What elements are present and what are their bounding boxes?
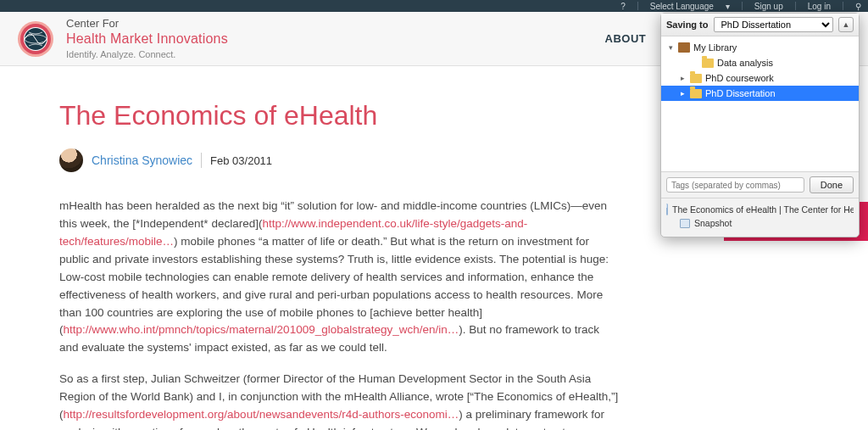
utility-bar: ? Select Language ▾ Sign up Log in ⚲: [0, 0, 868, 12]
collection-select[interactable]: PhD Dissertation: [714, 17, 833, 32]
divider: [795, 2, 796, 10]
help-icon[interactable]: ?: [620, 2, 626, 11]
nav-about[interactable]: ABOUT: [605, 32, 647, 45]
done-button[interactable]: Done: [810, 176, 854, 193]
folder-icon: [702, 59, 714, 68]
attachment-item[interactable]: The Economics of eHealth | The Center fo…: [666, 203, 854, 216]
divider: [742, 2, 743, 10]
attachments: The Economics of eHealth | The Center fo…: [661, 198, 859, 237]
panel-header: Saving to PhD Dissertation ▲: [661, 14, 859, 36]
divider: [637, 2, 638, 10]
site-logo[interactable]: [17, 20, 54, 58]
save-to-panel: Saving to PhD Dissertation ▲ ▾ My Librar…: [660, 13, 860, 237]
divider: [843, 2, 843, 10]
caret-right-icon[interactable]: ▸: [678, 89, 687, 98]
caret-down-icon[interactable]: ▾: [666, 43, 675, 52]
publish-date: Feb 03/2011: [210, 154, 272, 167]
brand-tagline: Identify. Analyze. Connect.: [66, 49, 228, 61]
login-link[interactable]: Log in: [808, 2, 831, 11]
webpage-icon: [666, 204, 668, 215]
author-link[interactable]: Christina Synowiec: [92, 154, 192, 167]
brand-line1: Center For: [66, 17, 228, 31]
paragraph: mHealth has been heralded as the next bi…: [59, 198, 619, 357]
tree-root[interactable]: ▾ My Library: [661, 40, 859, 55]
divider: [201, 153, 202, 168]
chevron-down-icon[interactable]: ▾: [726, 2, 730, 11]
select-language[interactable]: Select Language: [650, 2, 714, 11]
signup-link[interactable]: Sign up: [754, 2, 783, 11]
folder-icon: [690, 89, 702, 98]
search-icon[interactable]: ⚲: [855, 2, 861, 11]
collapse-button[interactable]: ▲: [838, 17, 854, 32]
paragraph: So as a first step, Julian Schweitzer (f…: [59, 371, 619, 430]
inline-link[interactable]: http://www.who.int/pmnch/topics/maternal…: [64, 323, 459, 336]
saving-to-label: Saving to: [666, 20, 709, 30]
chevron-up-icon: ▲: [843, 20, 850, 29]
caret-right-icon[interactable]: ▸: [678, 74, 687, 82]
inline-link[interactable]: http://resultsfordevelopment.org/about/n…: [64, 408, 459, 421]
brand-line2: Health Market Innovations: [66, 31, 228, 47]
tags-row: Done: [661, 172, 859, 198]
tags-input[interactable]: [666, 177, 804, 193]
tree-item-data-analysis[interactable]: Data analysis: [661, 55, 859, 70]
article-body: mHealth has been heralded as the next bi…: [59, 198, 619, 430]
folder-icon: [690, 74, 702, 83]
library-icon: [678, 42, 690, 53]
library-tree[interactable]: ▾ My Library Data analysis ▸ PhD coursew…: [661, 36, 859, 172]
tree-item-phd-coursework[interactable]: ▸ PhD coursework: [661, 70, 859, 86]
author-avatar[interactable]: [59, 148, 83, 172]
tree-item-phd-dissertation[interactable]: ▸ PhD Dissertation: [661, 86, 859, 101]
brand-text: Center For Health Market Innovations Ide…: [66, 17, 228, 61]
snapshot-icon: [680, 219, 690, 228]
attachment-snapshot[interactable]: Snapshot: [666, 216, 854, 230]
